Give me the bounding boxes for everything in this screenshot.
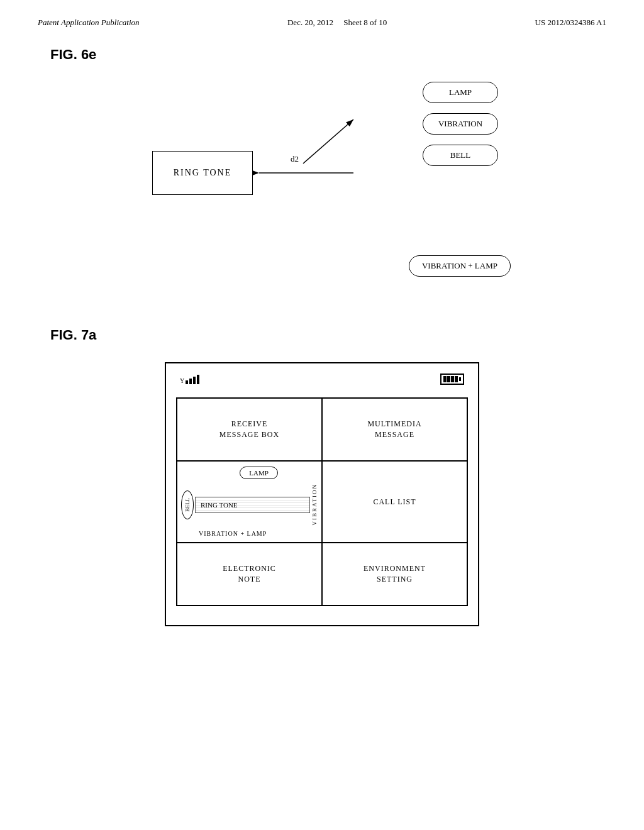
lamp-inner: LAMP bbox=[240, 467, 278, 479]
bell-inner: BELL bbox=[181, 490, 194, 519]
multimedia-message-cell: MULTIMEDIAMESSAGE bbox=[322, 398, 467, 461]
receive-message-box-cell: RECEIVEMESSAGE BOX bbox=[177, 398, 322, 461]
options-group: LAMP VIBRATION BELL bbox=[423, 82, 498, 166]
vibration-option: VIBRATION bbox=[423, 113, 498, 135]
fig7a-label: FIG. 7a bbox=[50, 327, 594, 343]
electronic-note-cell: ELECTRONICNOTE bbox=[177, 543, 322, 606]
lamp-option: LAMP bbox=[423, 82, 498, 103]
battery-icon bbox=[440, 374, 464, 385]
fig6e-section: FIG. 6e d2 bbox=[50, 47, 594, 283]
phone-grid: RECEIVEMESSAGE BOX MULTIMEDIAMESSAGE LAM… bbox=[176, 397, 468, 606]
ring-selection-cell: LAMP BELL RING TONE VIBRATION VIBRATION … bbox=[177, 461, 322, 543]
svg-line-2 bbox=[303, 119, 353, 163]
header-patent-number: US 2012/0324386 A1 bbox=[535, 18, 606, 28]
environment-setting-cell: ENVIRONMENTSETTING bbox=[322, 543, 467, 606]
signal-icon: Y bbox=[180, 375, 199, 384]
header-sheet: Sheet 8 of 10 bbox=[343, 18, 387, 27]
phone-mockup: Y bbox=[165, 362, 479, 626]
vibration-lamp-inner: VIBRATION + LAMP bbox=[199, 530, 267, 537]
fig7a-section: FIG. 7a Y bbox=[50, 327, 594, 626]
bell-option: BELL bbox=[423, 145, 498, 166]
page-header: Patent Application Publication Dec. 20, … bbox=[0, 0, 644, 34]
fig6e-label: FIG. 6e bbox=[50, 47, 594, 63]
call-list-cell: CALL LIST bbox=[322, 461, 467, 543]
ring-row: BELL RING TONE VIBRATION bbox=[181, 484, 318, 526]
fig6e-diagram: d2 RING TONE LAMP VIBRATION BELL bbox=[133, 82, 511, 283]
d2-label: d2 bbox=[291, 154, 299, 164]
ring-tone-box: RING TONE bbox=[152, 151, 253, 195]
ring-tone-inner: RING TONE bbox=[195, 497, 310, 513]
vibration-inner: VIBRATION bbox=[311, 484, 318, 526]
header-publication: Patent Application Publication bbox=[38, 18, 140, 28]
phone-status-bar: Y bbox=[176, 374, 468, 385]
vibration-lamp-option: VIBRATION + LAMP bbox=[409, 255, 511, 277]
page-content: FIG. 6e d2 bbox=[0, 34, 644, 651]
header-date-sheet: Dec. 20, 2012 Sheet 8 of 10 bbox=[287, 18, 387, 28]
header-date: Dec. 20, 2012 bbox=[287, 18, 333, 27]
